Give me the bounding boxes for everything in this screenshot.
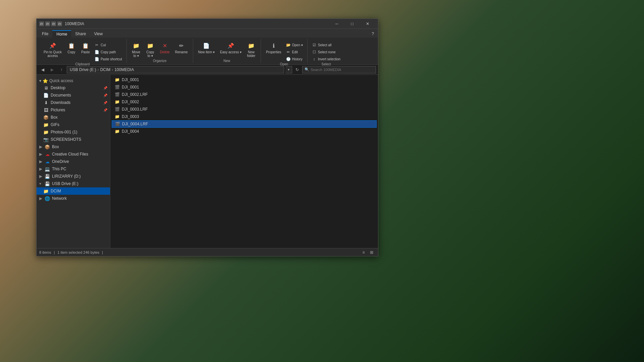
details-view-button[interactable]: ≡ — [360, 249, 367, 255]
sidebar-item-documents[interactable]: 📄 Documents 📌 — [37, 92, 110, 99]
sidebar-item-box[interactable]: ▶ 📦 Box — [37, 143, 110, 150]
history-icon: 🕐 — [286, 57, 291, 61]
sidebar-item-screenshots[interactable]: 📷 SCREENSHOTS — [37, 136, 110, 143]
select-all-label: Select all — [318, 43, 332, 47]
maximize-button[interactable]: □ — [344, 19, 360, 29]
minimize-button[interactable]: ─ — [329, 19, 344, 29]
forward-button[interactable]: ▶ — [48, 66, 56, 73]
pin-to-quick-access-button[interactable]: 📌 Pin to Quickaccess — [41, 40, 64, 59]
sidebar-section-quick-access[interactable]: ▾ ⭐ Quick access — [37, 76, 110, 84]
sidebar-item-usb-drive[interactable]: ▾ 💾 USB Drive (E:) — [37, 180, 110, 187]
back-button[interactable]: ◀ — [39, 66, 47, 73]
content-area[interactable]: 📁 DJI_0001 🎬 DJI_0001 🎬 DJI_0002.LRF 📁 D… — [110, 75, 378, 248]
move-label: Moveto ▾ — [132, 50, 140, 58]
tab-home[interactable]: Home — [52, 30, 71, 38]
help-button[interactable]: ? — [369, 30, 377, 38]
file-item-dji0004-lrf[interactable]: 🎬 DJI_0004.LRF — [112, 120, 377, 128]
title-bar: 🗁 🗁 🗁 🗁 100MEDIA ─ □ ✕ — [37, 19, 378, 29]
cut-button[interactable]: ✂ Cut — [93, 42, 124, 48]
copy-button[interactable]: 📋 Copy — [65, 40, 78, 55]
paste-shortcut-button[interactable]: 📄 Paste shortcut — [93, 56, 124, 62]
gifs-label: GIFs — [51, 122, 59, 127]
delete-label: Delete — [160, 50, 170, 54]
new-item-label: New item ▾ — [198, 50, 215, 54]
history-button[interactable]: 🕐 History — [284, 56, 305, 62]
move-to-button[interactable]: 📁 Moveto ▾ — [129, 40, 143, 59]
box-icon: 📦 — [45, 144, 50, 149]
network-icon: 🌐 — [45, 196, 50, 201]
large-icons-view-button[interactable]: ⊞ — [368, 249, 375, 255]
copy-to-button[interactable]: 📁 Copyto ▾ — [144, 40, 157, 59]
copy-path-icon: 📄 — [95, 50, 99, 54]
select-all-button[interactable]: ☑ Select all — [310, 42, 342, 48]
sidebar-item-lirizarry[interactable]: ▶ 💾 LIRIZARRY (D:) — [37, 173, 110, 180]
up-button[interactable]: ↑ — [57, 66, 65, 73]
tab-view[interactable]: View — [90, 30, 107, 38]
file-item-dji0001-lrf[interactable]: 🎬 DJI_0001 — [112, 83, 377, 91]
cut-icon: ✂ — [95, 43, 99, 47]
sidebar-item-this-pc[interactable]: ▶ 💻 This PC — [37, 165, 110, 173]
search-box[interactable]: 🔍 — [302, 66, 376, 73]
close-button[interactable]: ✕ — [360, 19, 375, 29]
sidebar-item-desktop[interactable]: 🖥 Desktop 📌 — [37, 84, 110, 92]
status-separator: | — [54, 250, 55, 254]
refresh-button[interactable]: ↻ — [293, 66, 301, 73]
ribbon-tabs: File Home Share View ? — [37, 29, 378, 38]
properties-button[interactable]: ℹ Properties — [264, 40, 284, 55]
select-group-label: Select — [322, 62, 331, 67]
file-folder-icon: 📁 — [114, 99, 120, 105]
select-all-icon: ☑ — [312, 43, 317, 47]
new-folder-label: Newfolder — [247, 50, 255, 58]
copy-path-button[interactable]: 📄 Copy path — [93, 49, 124, 55]
window-title: 100MEDIA — [65, 21, 329, 26]
screenshots-icon: 📷 — [43, 137, 49, 142]
path-segment-usb[interactable]: USB Drive (E:) — [70, 67, 96, 72]
address-path[interactable]: USB Drive (E:) › DCIM › 100MEDIA — [67, 66, 284, 73]
new-folder-icon: 📁 — [247, 42, 255, 50]
open-button[interactable]: 📂 Open ▾ — [284, 42, 305, 48]
file-item-dji0002-folder[interactable]: 📁 DJI_0002 — [112, 98, 377, 106]
onedrive-arrow: ▶ — [39, 159, 43, 164]
tab-share[interactable]: Share — [71, 30, 90, 38]
items-count: 8 items — [39, 250, 51, 254]
tab-file[interactable]: File — [38, 30, 52, 38]
sidebar-item-onedrive[interactable]: ▶ ☁ OneDrive — [37, 158, 110, 165]
new-folder-button[interactable]: 📁 Newfolder — [245, 40, 258, 59]
desktop-icon: 🖥 — [43, 85, 49, 90]
sidebar-item-downloads[interactable]: ⬇ Downloads 📌 — [37, 99, 110, 106]
new-group-label: New — [223, 59, 230, 63]
history-label: History — [292, 57, 303, 61]
path-segment-dcim[interactable]: DCIM — [100, 67, 111, 72]
rename-label: Rename — [175, 50, 188, 54]
file-item-dji0004-folder[interactable]: 📁 DJI_0004 — [112, 128, 377, 135]
file-lrf-icon: 🎬 — [115, 121, 120, 127]
clipboard-small-btns: ✂ Cut 📄 Copy path 📄 Paste shortcut — [93, 40, 124, 62]
sidebar-item-pictures[interactable]: 🖼 Pictures 📌 — [37, 106, 110, 114]
address-dropdown-button[interactable]: ▾ — [285, 66, 292, 73]
network-arrow: ▶ — [39, 196, 43, 201]
status-bar: 8 items | 1 item selected 246 bytes | ≡ … — [37, 248, 378, 256]
sidebar-item-dcim[interactable]: 📁 DCIM — [37, 187, 110, 195]
sidebar: ▾ ⭐ Quick access 🖥 Desktop 📌 📄 Documents… — [37, 75, 110, 248]
search-input[interactable] — [311, 68, 374, 72]
path-segment-100media[interactable]: 100MEDIA — [114, 67, 134, 72]
sidebar-item-creative-cloud[interactable]: ▶ ☁ Creative Cloud Files — [37, 150, 110, 158]
sidebar-item-gifs[interactable]: 📁 GIFs — [37, 121, 110, 128]
rename-button[interactable]: ✏ Rename — [173, 40, 190, 55]
edit-button[interactable]: ✏ Edit — [284, 49, 305, 55]
file-item-dji0002-lrf[interactable]: 🎬 DJI_0002.LRF — [112, 91, 377, 98]
invert-selection-button[interactable]: ↕ Invert selection — [310, 56, 342, 62]
easy-access-button[interactable]: 📌 Easy access ▾ — [218, 40, 244, 55]
pin-label: Pin to Quickaccess — [44, 50, 62, 58]
paste-button[interactable]: 📋 Paste — [79, 40, 92, 55]
file-item-dji0003-lrf[interactable]: 🎬 DJI_0003.LRF — [112, 106, 377, 113]
sidebar-item-network[interactable]: ▶ 🌐 Network — [37, 195, 110, 202]
file-name: DJI_0001 — [122, 77, 139, 82]
sidebar-item-box-qa[interactable]: 📦 Box — [37, 114, 110, 121]
delete-button[interactable]: ✕ Delete — [158, 40, 172, 55]
sidebar-item-photos[interactable]: 📁 Photos-001 (1) — [37, 128, 110, 136]
file-item-dji0001-folder[interactable]: 📁 DJI_0001 — [112, 76, 377, 83]
select-none-button[interactable]: ☐ Select none — [310, 49, 342, 55]
new-item-button[interactable]: 📄 New item ▾ — [196, 40, 217, 55]
file-item-dji0003-folder[interactable]: 📁 DJI_0003 — [112, 113, 377, 120]
